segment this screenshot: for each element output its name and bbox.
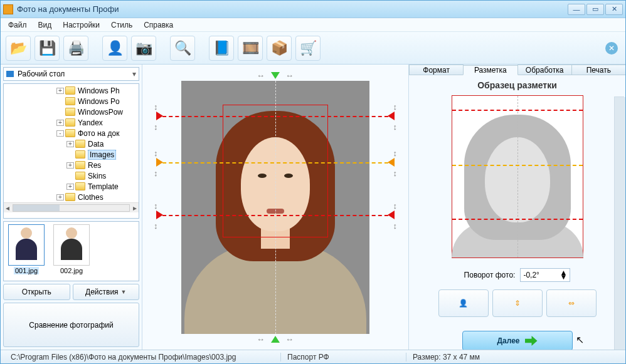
right-scrollbar[interactable] (614, 96, 624, 350)
menu-file[interactable]: Файл (3, 19, 32, 31)
resize-v-r3-icon[interactable]: ↕ (393, 148, 398, 158)
rotate-spinner[interactable]: -0,2° ▲▼ (520, 268, 570, 282)
tree-item[interactable]: Images (4, 149, 139, 160)
resize-v-r5-icon[interactable]: ↕ (393, 201, 398, 211)
cart-icon[interactable]: 🛒 (295, 36, 321, 61)
tree-expand-icon[interactable]: + (66, 162, 74, 169)
tree-expand-icon[interactable]: + (66, 184, 74, 190)
left-marker-top-icon[interactable] (156, 112, 163, 120)
tab-process[interactable]: Обработка (517, 65, 572, 75)
tree-item[interactable]: +Windows Ph (4, 85, 139, 96)
tree-item-label: Windows Po (78, 97, 120, 106)
resize-h-top-icon[interactable]: ↔ (257, 71, 265, 80)
statusbar: C:\Program Files (x86)\Фото на документы… (1, 350, 625, 363)
resize-v-l3-icon[interactable]: ↕ (154, 148, 158, 158)
minimize-button[interactable]: — (568, 4, 585, 15)
thumbnail[interactable]: 002.jpg (51, 224, 92, 278)
right-marker-top-icon[interactable] (388, 112, 395, 120)
help-book-icon[interactable]: 📘 (209, 36, 234, 61)
resize-v-l2-icon[interactable]: ↕ (154, 122, 158, 132)
resize-h-bot2-icon[interactable]: ↔ (285, 335, 294, 344)
mode-width-button[interactable]: ⇔ (546, 289, 597, 317)
resize-v-r4-icon[interactable]: ↕ (393, 169, 398, 178)
bottom-center-handle-icon[interactable] (271, 336, 280, 343)
resize-v-l5-icon[interactable]: ↕ (154, 201, 158, 211)
save-icon[interactable]: 💾 (34, 36, 60, 61)
tree-item-label: Data (88, 140, 103, 148)
tree-expand-icon[interactable]: - (56, 130, 64, 137)
spinner-arrows-icon[interactable]: ▲▼ (560, 271, 568, 279)
resize-v-r6-icon[interactable]: ↕ (393, 221, 398, 231)
tree-item[interactable]: +Data (4, 138, 139, 149)
window-title: Фото на документы Профи (17, 4, 568, 14)
top-head-guide[interactable] (156, 116, 395, 117)
menu-help[interactable]: Справка (139, 19, 178, 31)
close-button[interactable]: ✕ (605, 4, 623, 15)
menu-style[interactable]: Стиль (106, 19, 137, 31)
menu-view[interactable]: Вид (33, 19, 57, 31)
tree-hscrollbar[interactable]: ◂▸ (4, 202, 139, 212)
folder-tree[interactable]: +Windows PhWindows PoWindowsPow+Yandex-Ф… (3, 83, 139, 219)
tree-expand-icon[interactable]: + (56, 194, 64, 200)
resize-v-l1-icon[interactable]: ↕ (154, 102, 158, 112)
content: Рабочий стол ▾ +Windows PhWindows PoWind… (1, 65, 625, 350)
right-marker-chin-icon[interactable] (388, 211, 395, 219)
tree-item[interactable]: +Template (4, 181, 139, 192)
open-button[interactable]: Открыть (3, 284, 70, 300)
user-search-icon[interactable]: 👤 (102, 36, 127, 61)
tab-markup[interactable]: Разметка (463, 65, 517, 75)
location-combo[interactable]: Рабочий стол ▾ (3, 67, 139, 81)
resize-h-top2-icon[interactable]: ↔ (285, 71, 294, 80)
eye-guide[interactable] (156, 162, 395, 164)
resize-v-r2-icon[interactable]: ↕ (393, 122, 398, 132)
tree-item[interactable]: WindowsPow (4, 107, 139, 117)
tab-format[interactable]: Формат (409, 65, 464, 75)
left-panel: Рабочий стол ▾ +Windows PhWindows PoWind… (1, 65, 142, 350)
actions-button-label: Действия (85, 288, 119, 296)
compare-button[interactable]: Сравнение фотографий (3, 303, 139, 347)
resize-h-bot-icon[interactable]: ↔ (257, 335, 265, 344)
thumbnail[interactable]: 001.jpg (6, 224, 46, 278)
menu-settings[interactable]: Настройки (58, 19, 105, 31)
right-marker-eye-icon[interactable] (388, 158, 395, 167)
maximize-button[interactable]: ▭ (586, 4, 604, 15)
menubar: Файл Вид Настройки Стиль Справка (1, 18, 625, 32)
tree-item[interactable]: +Res (4, 160, 139, 170)
tab-print[interactable]: Печать (571, 65, 625, 75)
tree-item[interactable]: Skins (4, 170, 139, 181)
tree-expand-icon[interactable]: + (56, 88, 64, 94)
height-arrows-icon: ⇕ (514, 299, 521, 308)
mode-height-button[interactable]: ⇕ (492, 289, 543, 317)
video-icon[interactable]: 🎞️ (238, 36, 263, 61)
tree-item-label: Windows Ph (78, 86, 120, 95)
tree-item[interactable]: +Clothes (4, 192, 139, 202)
panel-close-icon[interactable]: ✕ (605, 42, 618, 55)
mode-silhouette-button[interactable]: 👤 (438, 289, 489, 317)
folder-icon (65, 118, 75, 127)
tree-expand-icon[interactable]: + (56, 120, 64, 126)
next-button[interactable]: Далее (462, 331, 573, 350)
package-icon[interactable]: 📦 (267, 36, 292, 61)
actions-button[interactable]: Действия▼ (73, 284, 140, 300)
tree-item-label: WindowsPow (78, 108, 123, 117)
thumbnail-caption: 001.jpg (14, 267, 39, 274)
right-panel: Формат Разметка Обработка Печать Образец… (408, 65, 625, 350)
resize-v-l4-icon[interactable]: ↕ (154, 169, 158, 178)
print-icon[interactable]: 🖨️ (63, 36, 88, 61)
zoom-image-icon[interactable]: 🔍 (170, 36, 195, 61)
resize-v-l6-icon[interactable]: ↕ (154, 221, 158, 231)
left-marker-eye-icon[interactable] (156, 158, 163, 167)
tree-item[interactable]: -Фото на док (4, 128, 139, 138)
chin-guide[interactable] (156, 215, 395, 216)
open-folder-icon[interactable]: 📂 (6, 36, 31, 61)
tree-item[interactable]: Windows Po (4, 96, 139, 107)
camera-icon[interactable]: 📷 (131, 36, 156, 61)
status-size: Размер: 37 x 47 мм (406, 353, 486, 361)
tree-item[interactable]: +Yandex (4, 117, 139, 128)
canvas-wrap[interactable]: ↔ ↔ ↔ ↔ ↕ ↕ ↕ ↕ ↕ ↕ ↕ ↕ ↕ ↕ ↕ ↕ (156, 72, 395, 343)
left-marker-chin-icon[interactable] (156, 211, 163, 219)
top-center-handle-icon[interactable] (271, 72, 280, 79)
tree-expand-icon[interactable]: + (66, 141, 74, 147)
resize-v-r1-icon[interactable]: ↕ (393, 102, 398, 112)
tree-item-label: Res (88, 161, 101, 170)
